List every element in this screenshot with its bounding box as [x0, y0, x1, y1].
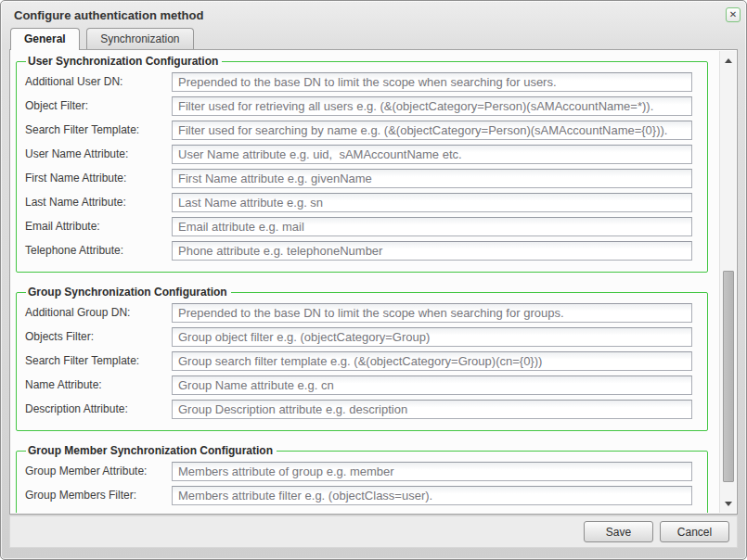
- group-members-filter-input[interactable]: [172, 486, 692, 505]
- section-user-synchronization: User Synchronization Configuration Addit…: [16, 55, 708, 273]
- form-row: User Name Attribute:: [25, 142, 707, 166]
- dialog-title: Configure authentication method: [14, 8, 203, 22]
- field-label: Objects Filter:: [25, 330, 172, 343]
- form-row: Group Member Attribute:: [25, 459, 707, 483]
- section-title: User Synchronization Configuration: [26, 55, 222, 68]
- form-row: Search Filter Template:: [25, 118, 707, 142]
- objects-filter-input[interactable]: [172, 327, 692, 347]
- field-label: Search Filter Template:: [25, 123, 172, 136]
- close-icon[interactable]: ✕: [726, 7, 741, 22]
- vertical-scrollbar[interactable]: [719, 51, 736, 513]
- configure-authentication-dialog: Configure authentication method ✕ Genera…: [0, 0, 747, 560]
- save-button[interactable]: Save: [584, 521, 653, 542]
- section-title: Group Synchronization Configuration: [26, 286, 231, 299]
- user-name-attribute-input[interactable]: [172, 145, 692, 164]
- form-viewport: User Synchronization Configuration Addit…: [11, 51, 719, 513]
- scroll-up-icon[interactable]: [720, 53, 736, 68]
- form-row: Email Attribute:: [25, 214, 707, 238]
- form-row: Additional Group DN:: [25, 300, 707, 325]
- form-row: Description Attribute:: [25, 397, 707, 421]
- group-name-attribute-input[interactable]: [172, 375, 692, 395]
- dialog-titlebar: Configure authentication method ✕: [1, 1, 746, 28]
- field-label: Additional User DN:: [25, 75, 172, 88]
- telephone-attribute-input[interactable]: [172, 241, 692, 261]
- field-label: Last Name Attribute:: [25, 196, 172, 209]
- tab-content-panel: User Synchronization Configuration Addit…: [9, 49, 738, 515]
- tab-synchronization[interactable]: Synchronization: [86, 28, 193, 49]
- last-name-attribute-input[interactable]: [172, 193, 692, 212]
- user-search-filter-template-input[interactable]: [172, 121, 692, 140]
- form-row: Objects Filter:: [25, 325, 707, 349]
- scrollbar-thumb[interactable]: [723, 271, 734, 482]
- dialog-footer: Save Cancel: [9, 515, 738, 548]
- form-row: Last Name Attribute:: [25, 190, 707, 214]
- section-title: Group Member Synchronization Configurati…: [26, 444, 277, 457]
- field-label: Search Filter Template:: [25, 354, 172, 367]
- field-label: Group Member Attribute:: [25, 465, 172, 477]
- email-attribute-input[interactable]: [172, 217, 692, 236]
- form-row: Name Attribute:: [25, 373, 707, 397]
- form-row: Additional User DN:: [25, 70, 707, 94]
- additional-user-dn-input[interactable]: [172, 72, 692, 92]
- group-member-attribute-input[interactable]: [172, 462, 692, 481]
- group-search-filter-template-input[interactable]: [172, 351, 692, 371]
- form-row: Search Filter Template:: [25, 349, 707, 373]
- form-row: Group Members Filter:: [25, 483, 707, 507]
- description-attribute-input[interactable]: [172, 400, 692, 419]
- field-label: Description Attribute:: [25, 402, 172, 415]
- form-row: First Name Attribute:: [25, 166, 707, 190]
- additional-group-dn-input[interactable]: [172, 303, 692, 323]
- field-label: Telephone Attribute:: [25, 244, 172, 257]
- tab-strip: General Synchronization: [10, 28, 197, 50]
- section-group-synchronization: Group Synchronization Configuration Addi…: [16, 286, 708, 431]
- section-group-member-synchronization: Group Member Synchronization Configurati…: [16, 444, 708, 513]
- tab-general[interactable]: General: [10, 28, 80, 50]
- field-label: Email Attribute:: [25, 220, 172, 233]
- field-label: First Name Attribute:: [25, 172, 172, 185]
- first-name-attribute-input[interactable]: [172, 169, 692, 188]
- cancel-button[interactable]: Cancel: [660, 521, 729, 542]
- field-label: Additional Group DN:: [25, 306, 172, 319]
- form-row: Telephone Attribute:: [25, 238, 707, 262]
- field-label: User Name Attribute:: [25, 147, 172, 160]
- field-label: Name Attribute:: [25, 378, 172, 391]
- field-label: Object Filter:: [25, 99, 172, 112]
- form-row: Object Filter:: [25, 94, 707, 118]
- scroll-down-icon[interactable]: [720, 496, 736, 511]
- field-label: Group Members Filter:: [25, 489, 172, 502]
- object-filter-input[interactable]: [172, 96, 692, 116]
